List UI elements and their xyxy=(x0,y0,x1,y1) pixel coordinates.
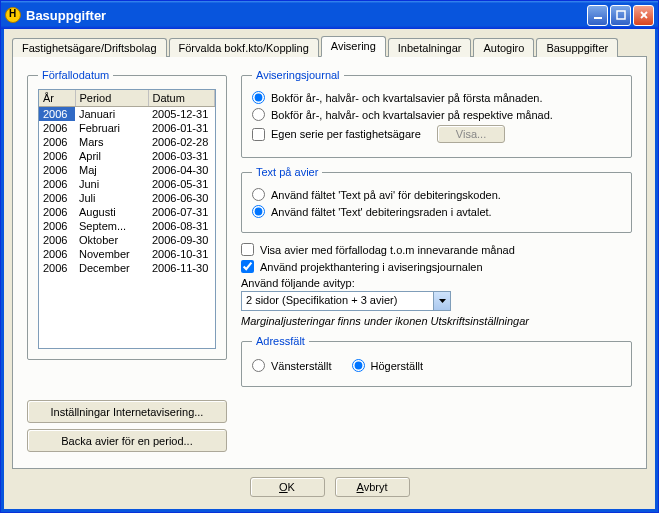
cell-ar: 2006 xyxy=(39,261,75,275)
tab-label: Förvalda bokf.kto/Koppling xyxy=(179,42,309,54)
dropdown-button[interactable] xyxy=(433,292,450,310)
table-row[interactable]: 2006Februari2006-01-31 xyxy=(39,121,215,135)
check-projekthantering[interactable]: Använd projekthantering i aviseringsjour… xyxy=(241,260,632,273)
radio-label: Högerställt xyxy=(371,360,424,372)
tab-forvalda[interactable]: Förvalda bokf.kto/Koppling xyxy=(169,38,319,57)
table-row[interactable]: 2006December2006-11-30 xyxy=(39,261,215,275)
table-row[interactable]: 2006November2006-10-31 xyxy=(39,247,215,261)
close-icon xyxy=(639,10,649,20)
cell-period: Septem... xyxy=(75,219,148,233)
svg-marker-4 xyxy=(439,299,446,303)
group-text-pa-avier: Text på avier Använd fältet 'Text på avi… xyxy=(241,166,632,233)
tab-autogiro[interactable]: Autogiro xyxy=(473,38,534,57)
radio-label: Vänsterställt xyxy=(271,360,332,372)
check-label: Egen serie per fastighetsägare xyxy=(271,128,421,140)
titlebar: Basuppgifter xyxy=(1,1,658,29)
col-ar[interactable]: År xyxy=(39,90,75,107)
radio-text-debiteringsrad[interactable]: Använd fältet 'Text' debiteringsraden i … xyxy=(252,205,621,218)
cell-ar: 2006 xyxy=(39,233,75,247)
check-label: Visa avier med förfallodag t.o.m innevar… xyxy=(260,244,515,256)
svg-rect-1 xyxy=(617,11,625,19)
tab-fastighetsagare[interactable]: Fastighetsägare/Driftsbolag xyxy=(12,38,167,57)
radio-text-pa-avi[interactable]: Använd fältet 'Text på avi' för debiteri… xyxy=(252,188,621,201)
group-forfallodatum: Förfallodatum År Period Datum xyxy=(27,69,227,360)
right-column: Aviseringsjournal Bokför år-, halvår- oc… xyxy=(241,69,632,458)
internet-settings-button[interactable]: Inställningar Internetavisering... xyxy=(27,400,227,423)
table-row[interactable]: 2006Januari2005-12-31 xyxy=(39,107,215,122)
cell-ar: 2006 xyxy=(39,135,75,149)
client-area: Fastighetsägare/Driftsbolag Förvalda bok… xyxy=(1,29,658,512)
ok-button[interactable]: OK xyxy=(250,477,325,497)
check-egen-serie[interactable]: Egen serie per fastighetsägare Visa... xyxy=(252,125,621,143)
cell-period: November xyxy=(75,247,148,261)
left-column: Förfallodatum År Period Datum xyxy=(27,69,227,458)
table-row[interactable]: 2006Mars2006-02-28 xyxy=(39,135,215,149)
tab-strip: Fastighetsägare/Driftsbolag Förvalda bok… xyxy=(12,35,647,56)
backa-avier-button[interactable]: Backa avier för en period... xyxy=(27,429,227,452)
tab-inbetalningar[interactable]: Inbetalningar xyxy=(388,38,472,57)
cell-ar: 2006 xyxy=(39,121,75,135)
cell-datum: 2006-03-31 xyxy=(148,149,215,163)
cell-ar: 2006 xyxy=(39,177,75,191)
cell-period: December xyxy=(75,261,148,275)
window-title: Basuppgifter xyxy=(26,8,587,23)
group-legend: Adressfält xyxy=(252,335,309,347)
radio-input[interactable] xyxy=(252,205,265,218)
close-button[interactable] xyxy=(633,5,654,26)
col-period[interactable]: Period xyxy=(75,90,148,107)
radio-input[interactable] xyxy=(252,359,265,372)
svg-rect-0 xyxy=(594,17,602,19)
window-buttons xyxy=(587,5,654,26)
cell-ar: 2006 xyxy=(39,149,75,163)
cell-period: Juni xyxy=(75,177,148,191)
radio-label: Bokför år-, halvår- och kvartalsavier på… xyxy=(271,92,542,104)
minimize-button[interactable] xyxy=(587,5,608,26)
radio-input[interactable] xyxy=(252,91,265,104)
forfallo-table[interactable]: År Period Datum 2006Januari2005-12-31200… xyxy=(39,90,215,275)
window-frame: Basuppgifter Fastighetsägare/Driftsbolag… xyxy=(0,0,659,513)
table-row[interactable]: 2006Septem...2006-08-31 xyxy=(39,219,215,233)
checkbox-input[interactable] xyxy=(252,128,265,141)
checkbox-input[interactable] xyxy=(241,243,254,256)
radio-input[interactable] xyxy=(352,359,365,372)
group-legend: Text på avier xyxy=(252,166,322,178)
radio-label: Bokför år-, halvår- och kvartalsavier på… xyxy=(271,109,553,121)
cell-datum: 2006-04-30 xyxy=(148,163,215,177)
visa-button: Visa... xyxy=(437,125,505,143)
maximize-button[interactable] xyxy=(610,5,631,26)
radio-hogerstallt[interactable]: Högerställt xyxy=(352,359,424,372)
group-legend: Förfallodatum xyxy=(38,69,113,81)
cell-datum: 2006-09-30 xyxy=(148,233,215,247)
avityp-select[interactable]: 2 sidor (Specifikation + 3 avier) xyxy=(241,291,451,311)
dialog-buttons: OK Avbryt xyxy=(12,469,647,501)
cell-period: Februari xyxy=(75,121,148,135)
radio-input[interactable] xyxy=(252,108,265,121)
cell-ar: 2006 xyxy=(39,107,75,122)
radio-bokfor-respektive[interactable]: Bokför år-, halvår- och kvartalsavier på… xyxy=(252,108,621,121)
cell-ar: 2006 xyxy=(39,191,75,205)
tab-basuppgifter[interactable]: Basuppgifter xyxy=(536,38,618,57)
check-label: Använd projekthantering i aviseringsjour… xyxy=(260,261,483,273)
tab-avisering[interactable]: Avisering xyxy=(321,36,386,57)
table-row[interactable]: 2006Augusti2006-07-31 xyxy=(39,205,215,219)
checkbox-input[interactable] xyxy=(241,260,254,273)
radio-label: Använd fältet 'Text' debiteringsraden i … xyxy=(271,206,492,218)
check-visa-avier[interactable]: Visa avier med förfallodag t.o.m innevar… xyxy=(241,243,632,256)
cell-datum: 2006-02-28 xyxy=(148,135,215,149)
cell-period: Juli xyxy=(75,191,148,205)
cell-ar: 2006 xyxy=(39,163,75,177)
cell-datum: 2006-10-31 xyxy=(148,247,215,261)
col-datum[interactable]: Datum xyxy=(148,90,215,107)
table-row[interactable]: 2006April2006-03-31 xyxy=(39,149,215,163)
cell-period: April xyxy=(75,149,148,163)
radio-bokfor-forsta[interactable]: Bokför år-, halvår- och kvartalsavier på… xyxy=(252,91,621,104)
group-legend: Aviseringsjournal xyxy=(252,69,344,81)
table-row[interactable]: 2006Juli2006-06-30 xyxy=(39,191,215,205)
table-row[interactable]: 2006Oktober2006-09-30 xyxy=(39,233,215,247)
cell-ar: 2006 xyxy=(39,247,75,261)
table-row[interactable]: 2006Juni2006-05-31 xyxy=(39,177,215,191)
radio-input[interactable] xyxy=(252,188,265,201)
radio-vansterstallt[interactable]: Vänsterställt xyxy=(252,359,332,372)
cancel-button[interactable]: Avbryt xyxy=(335,477,410,497)
table-row[interactable]: 2006Maj2006-04-30 xyxy=(39,163,215,177)
